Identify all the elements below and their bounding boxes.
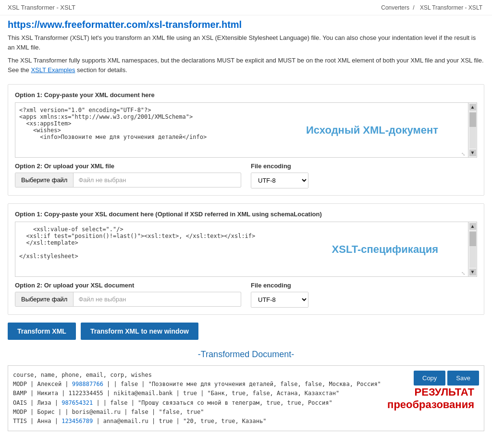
xsl-encoding-right: File encoding UTF-8 UTF-16 ISO-8859-1 AS…	[251, 282, 477, 308]
xml-upload-label: Option 2: Or upload your XML file	[15, 162, 241, 170]
xsl-scrollbar-thumb[interactable]	[469, 232, 476, 246]
copy-button[interactable]: Copy	[414, 371, 445, 386]
ttis-phone-highlight: 123456789	[62, 418, 93, 424]
result-line-0: course, name, phone, email, corp, wishes	[13, 371, 441, 380]
xslt-examples-link[interactable]: XSLT Examples	[31, 66, 75, 74]
scrollbar-thumb[interactable]	[469, 112, 476, 127]
xsl-file-input-group: Выберите файл Файл не выбран	[15, 292, 241, 307]
page-desc2: The XSL Transformer fully supports XML n…	[8, 56, 484, 75]
breadcrumb: Converters / XSL Transformer - XSLT	[381, 4, 484, 11]
xsl-section: Option 1: Copy-paste your XSL document h…	[8, 203, 484, 315]
scrollbar-track[interactable]	[469, 112, 476, 149]
breadcrumb-current: XSL Transformer - XSLT	[420, 4, 482, 11]
xsl-file-name: Файл не выбран	[74, 292, 241, 306]
xsl-encoding-select[interactable]: UTF-8 UTF-16 ISO-8859-1 ASCII	[251, 292, 308, 307]
xml-upload-left: Option 2: Or upload your XML file Выбери…	[15, 162, 241, 187]
xsl-textarea-wrapper: <xsl:value-of select="."/> <xsl:if test=…	[15, 222, 477, 277]
transform-btn-row: Transform XML Transform XML to new windo…	[8, 323, 484, 340]
result-section: -Transformed Document- Copy Save course,…	[8, 349, 484, 431]
xsl-input[interactable]: <xsl:value-of select="."/> <xsl:if test=…	[15, 222, 477, 275]
xsl-encoding-label: File encoding	[251, 282, 477, 289]
breadcrumb-sep: /	[413, 4, 414, 11]
xml-textarea-wrapper: <?xml version="1.0" encoding="UTF-8"?> <…	[15, 102, 477, 158]
xml-section-label: Option 1: Copy-paste your XML document h…	[15, 91, 477, 99]
result-line-4: MODP | Борис | | boris@email.ru | false …	[13, 408, 441, 417]
xml-encoding-group: UTF-8 UTF-16 ISO-8859-1 ASCII	[251, 173, 308, 188]
scrollbar-up[interactable]: ▲	[469, 104, 476, 111]
top-nav: XSL Transformer - XSLT Converters / XSL …	[0, 0, 492, 15]
xml-section: Option 1: Copy-paste your XML document h…	[8, 84, 484, 196]
breadcrumb-home[interactable]: Converters	[381, 4, 409, 11]
xml-scrollbar[interactable]: ▲ ▼	[468, 103, 477, 157]
resize-handle[interactable]: ⤡	[461, 151, 467, 157]
xsl-section-label: Option 1: Copy-paste your XSL document h…	[15, 211, 477, 218]
xsl-scrollbar-up[interactable]: ▲	[469, 223, 476, 230]
xsl-upload-label: Option 2: Or upload your XSL document	[15, 282, 241, 289]
transform-xml-button[interactable]: Transform XML	[8, 323, 76, 340]
oais-phone-highlight: 987654321	[62, 399, 93, 406]
xsl-scrollbar-track[interactable]	[469, 231, 476, 268]
phone-highlight: 998887766	[72, 381, 103, 387]
nav-title: XSL Transformer - XSLT	[8, 4, 75, 11]
xsl-encoding-group: UTF-8 UTF-16 ISO-8859-1 ASCII	[251, 292, 308, 308]
save-button[interactable]: Save	[447, 371, 479, 386]
result-box: Copy Save course, name, phone, email, co…	[8, 365, 484, 431]
xsl-upload-row: Option 2: Or upload your XSL document Вы…	[15, 282, 477, 308]
xml-file-input-group: Выберите файл Файл не выбран	[15, 173, 241, 187]
scrollbar-down[interactable]: ▼	[469, 149, 476, 156]
page-desc2-post: section for details.	[75, 66, 127, 74]
xml-file-name: Файл не выбран	[74, 173, 241, 187]
page-url[interactable]: https://www.freeformatter.com/xsl-transf…	[8, 19, 484, 30]
xml-encoding-right: File encoding UTF-8 UTF-16 ISO-8859-1 AS…	[251, 162, 477, 188]
xml-encoding-select[interactable]: UTF-8 UTF-16 ISO-8859-1 ASCII	[251, 173, 308, 188]
page-desc1: This XSL Transformer (XSLT) let's you tr…	[8, 33, 484, 52]
transform-new-window-button[interactable]: Transform XML to new window	[81, 323, 198, 340]
result-line-1: MODP | Алексей | 998887766 | | false | "…	[13, 380, 441, 389]
xsl-resize-handle[interactable]: ⤡	[461, 271, 467, 276]
page-header: https://www.freeformatter.com/xsl-transf…	[0, 15, 492, 84]
xml-file-button[interactable]: Выберите файл	[15, 173, 74, 187]
result-line-2: BAMP | Никита | 1122334455 | nikita@emai…	[13, 389, 441, 398]
xml-input[interactable]: <?xml version="1.0" encoding="UTF-8"?> <…	[15, 103, 477, 156]
result-line-5: TTIS | Анна | 123456789 | anna@email.ru …	[13, 417, 441, 426]
xml-encoding-label: File encoding	[251, 162, 477, 170]
xsl-scrollbar[interactable]: ▲ ▼	[468, 222, 477, 276]
result-line-3: OAIS | Лиза | 987654321 | | false | "Про…	[13, 398, 441, 408]
result-title: -Transformed Document-	[8, 349, 484, 360]
result-action-buttons: Copy Save	[414, 371, 479, 386]
xsl-scrollbar-down[interactable]: ▼	[469, 269, 476, 275]
xsl-upload-left: Option 2: Or upload your XSL document Вы…	[15, 282, 241, 307]
xsl-file-button[interactable]: Выберите файл	[15, 292, 74, 306]
result-content: course, name, phone, email, corp, wishes…	[13, 371, 479, 426]
xml-upload-row: Option 2: Or upload your XML file Выбери…	[15, 162, 477, 188]
